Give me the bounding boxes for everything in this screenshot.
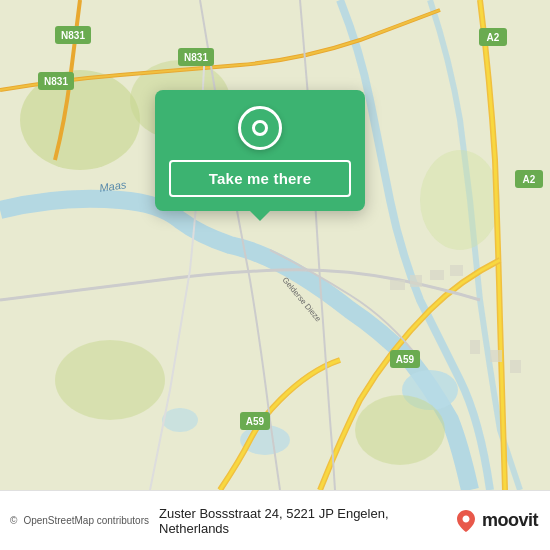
footer-bar: © OpenStreetMap contributors Zuster Boss…: [0, 490, 550, 550]
svg-text:A59: A59: [396, 354, 415, 365]
svg-rect-29: [470, 340, 480, 354]
location-pin: [238, 106, 282, 150]
svg-point-6: [355, 395, 445, 465]
svg-point-3: [162, 408, 198, 432]
svg-text:N831: N831: [61, 30, 85, 41]
location-popup: Take me there: [155, 90, 365, 211]
svg-rect-26: [410, 275, 422, 287]
svg-point-7: [55, 340, 165, 420]
copyright-text: OpenStreetMap contributors: [23, 515, 149, 526]
map-svg: N831 N831 N831 A2 A2 A59 A59 Maas Gelder…: [0, 0, 550, 490]
svg-rect-31: [510, 360, 521, 373]
map-container: N831 N831 N831 A2 A2 A59 A59 Maas Gelder…: [0, 0, 550, 490]
svg-text:N831: N831: [44, 76, 68, 87]
svg-rect-28: [450, 265, 463, 276]
svg-rect-25: [390, 280, 405, 290]
take-me-there-button[interactable]: Take me there: [169, 160, 351, 197]
svg-rect-27: [430, 270, 444, 280]
svg-rect-30: [490, 350, 502, 362]
moovit-logo: moovit: [456, 510, 538, 531]
svg-text:A2: A2: [487, 32, 500, 43]
pin-inner: [252, 120, 268, 136]
svg-text:A2: A2: [523, 174, 536, 185]
svg-point-8: [420, 150, 500, 250]
moovit-pin-icon: [456, 511, 476, 531]
moovit-text: moovit: [482, 510, 538, 531]
svg-text:N831: N831: [184, 52, 208, 63]
svg-text:A59: A59: [246, 416, 265, 427]
location-address: Zuster Bossstraat 24, 5221 JP Engelen, N…: [159, 506, 456, 536]
copyright-symbol: ©: [10, 515, 17, 526]
